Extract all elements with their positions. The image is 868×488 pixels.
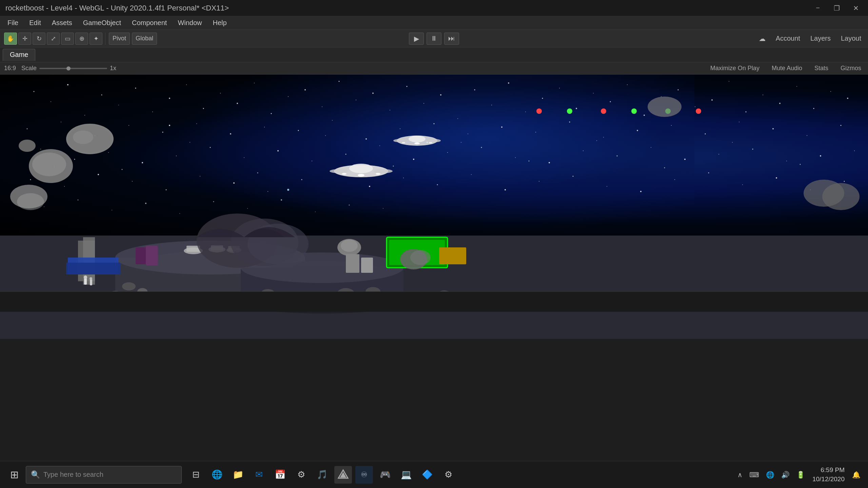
svg-point-79	[210, 147, 211, 148]
svg-rect-204	[90, 279, 92, 285]
notification-icon[interactable]: 🔔	[850, 469, 863, 480]
svg-point-27	[491, 105, 492, 105]
svg-point-152	[73, 130, 93, 144]
svg-point-126	[844, 181, 845, 182]
keyboard-icon[interactable]: ⌨	[747, 469, 761, 480]
steam-icon[interactable]: ♾	[355, 466, 373, 484]
svg-point-78	[176, 156, 177, 156]
scale-tool-button[interactable]: ⤢	[47, 33, 60, 45]
svg-point-90	[583, 150, 584, 151]
close-button[interactable]: ✕	[849, 1, 863, 15]
custom-tool-button[interactable]: ✦	[90, 33, 102, 45]
rotate-tool-button[interactable]: ↻	[33, 33, 45, 45]
layout-button[interactable]: Layout	[838, 33, 864, 44]
explorer-icon[interactable]: 📁	[229, 466, 247, 484]
settings-icon[interactable]: ⚙	[439, 466, 457, 484]
app3-icon[interactable]: 🎮	[376, 466, 394, 484]
unity-icon[interactable]	[334, 466, 352, 484]
mute-audio-button[interactable]: Mute Audio	[769, 64, 805, 73]
svg-point-135	[315, 211, 316, 212]
tab-game[interactable]: Game	[3, 49, 35, 61]
svg-point-163	[427, 139, 441, 142]
svg-point-32	[576, 108, 577, 109]
start-button[interactable]: ⊞	[5, 466, 23, 484]
move-tool-button[interactable]: ✛	[18, 33, 31, 45]
starfield	[27, 81, 855, 214]
game-lower-strip	[0, 291, 868, 312]
task-view-button[interactable]: ⊟	[187, 466, 205, 484]
svg-point-110	[287, 189, 289, 191]
svg-point-47	[830, 91, 831, 92]
menu-window[interactable]: Window	[173, 18, 206, 28]
gizmos-button[interactable]: Gizmos	[838, 64, 864, 73]
scale-slider-container: Scale 1x	[21, 65, 116, 72]
cloud-icon[interactable]: ☁	[756, 33, 768, 44]
svg-point-92	[651, 147, 651, 148]
transform-tool-button[interactable]: ⊕	[75, 33, 88, 45]
svg-point-22	[407, 86, 408, 87]
svg-point-144	[461, 142, 461, 143]
scale-slider[interactable]	[39, 68, 107, 69]
svg-point-80	[244, 157, 244, 158]
stats-button[interactable]: Stats	[812, 64, 831, 73]
time-text: 6:59 PM	[812, 466, 845, 475]
maximize-on-play-button[interactable]: Maximize On Play	[708, 64, 762, 73]
svg-point-59	[366, 138, 367, 140]
svg-point-169	[330, 169, 349, 173]
svg-point-121	[674, 179, 675, 180]
svg-point-228	[822, 183, 860, 210]
pivot-button[interactable]: Pivot	[109, 33, 130, 45]
menu-gameobject[interactable]: GameObject	[78, 18, 126, 28]
system-tray: ∧ ⌨ 🌐 🔊 🔋	[735, 469, 807, 480]
svg-point-38	[678, 89, 679, 90]
network-icon[interactable]: 🌐	[764, 469, 776, 480]
vs-icon[interactable]: 🔷	[418, 466, 436, 484]
svg-point-69	[705, 134, 706, 135]
menu-edit[interactable]: Edit	[24, 18, 45, 28]
scale-thumb[interactable]	[66, 66, 71, 70]
account-button[interactable]: Account	[773, 33, 803, 44]
debug-dot-red-2	[601, 108, 606, 114]
edge-browser-icon[interactable]: 🌐	[208, 466, 226, 484]
game-viewport[interactable]	[0, 75, 868, 339]
volume-icon[interactable]: 🔊	[779, 469, 792, 480]
svg-point-33	[593, 93, 594, 94]
mail-icon[interactable]: ✉	[250, 466, 268, 484]
play-button[interactable]: ▶	[409, 33, 424, 45]
svg-point-31	[559, 88, 560, 88]
global-button[interactable]: Global	[132, 33, 157, 45]
svg-point-123	[742, 184, 743, 185]
aspect-ratio-label: 16:9	[4, 65, 16, 72]
app2-icon[interactable]: 🎵	[313, 466, 331, 484]
rect-tool-button[interactable]: ▭	[61, 33, 74, 45]
spaceship-close	[330, 164, 393, 177]
svg-point-83	[346, 154, 347, 155]
calendar-icon[interactable]: 📅	[271, 466, 289, 484]
svg-point-117	[539, 181, 539, 182]
minimize-button[interactable]: −	[811, 1, 825, 15]
taskbar-search-box[interactable]: 🔍 Type here to search	[26, 466, 182, 484]
layers-button[interactable]: Layers	[808, 33, 833, 44]
app1-icon[interactable]: ⚙	[292, 466, 310, 484]
svg-point-103	[166, 189, 167, 190]
menu-help[interactable]: Help	[208, 18, 232, 28]
app4-icon[interactable]: 💻	[397, 466, 415, 484]
svg-point-109	[369, 186, 370, 187]
svg-point-88	[515, 157, 516, 158]
window-title: rocketboost - Level4 - WebGL - Unity 202…	[5, 4, 811, 13]
svg-point-40	[711, 99, 713, 101]
menu-component[interactable]: Component	[127, 18, 172, 28]
hand-tool-button[interactable]: ✋	[4, 33, 17, 45]
svg-point-85	[413, 159, 414, 160]
svg-point-26	[474, 89, 475, 90]
svg-point-49	[27, 128, 28, 129]
menu-assets[interactable]: Assets	[47, 18, 77, 28]
step-button[interactable]: ⏭	[444, 33, 459, 45]
menu-file[interactable]: File	[3, 18, 23, 28]
clock[interactable]: 6:59 PM 10/12/2020	[812, 466, 845, 484]
battery-icon[interactable]: 🔋	[794, 469, 807, 480]
restore-button[interactable]: ❐	[830, 1, 844, 15]
svg-point-84	[379, 145, 380, 146]
tray-chevron[interactable]: ∧	[735, 469, 745, 480]
pause-button[interactable]: ⏸	[427, 33, 441, 45]
